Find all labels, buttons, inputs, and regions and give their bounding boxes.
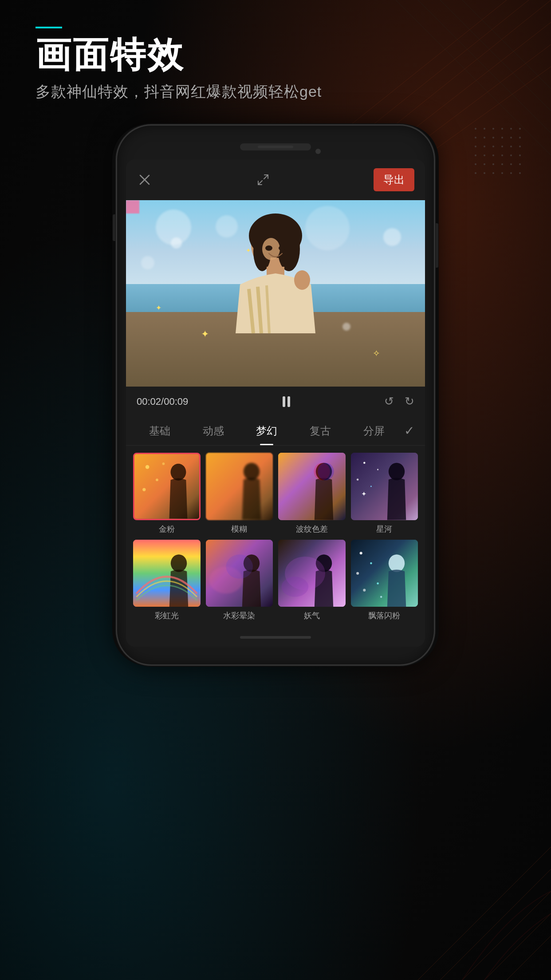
effect-bowense[interactable]: 波纹色差 bbox=[278, 453, 346, 534]
tab-menghuan[interactable]: 梦幻 bbox=[240, 417, 294, 445]
svg-point-26 bbox=[510, 146, 512, 147]
effect-piaoluo[interactable]: 飘落闪粉 bbox=[351, 540, 418, 621]
svg-point-40 bbox=[475, 172, 476, 174]
effect-thumb-piaoluo[interactable] bbox=[351, 540, 418, 607]
svg-point-14 bbox=[510, 128, 512, 130]
svg-point-22 bbox=[475, 146, 476, 147]
bg-lines-bottom bbox=[374, 758, 551, 980]
svg-point-65 bbox=[170, 464, 186, 481]
home-indicator[interactable] bbox=[240, 636, 311, 639]
svg-point-75 bbox=[318, 463, 334, 480]
svg-point-30 bbox=[492, 154, 494, 156]
expand-button[interactable] bbox=[255, 172, 271, 188]
svg-point-95 bbox=[359, 552, 362, 554]
svg-point-84 bbox=[171, 554, 187, 572]
svg-point-29 bbox=[484, 154, 485, 156]
svg-point-21 bbox=[519, 137, 521, 138]
main-title: 画面特效 bbox=[35, 37, 322, 73]
svg-point-36 bbox=[492, 163, 494, 165]
effect-thumb-mohu[interactable] bbox=[206, 453, 273, 520]
svg-point-12 bbox=[492, 128, 494, 130]
export-button[interactable]: 导出 bbox=[374, 168, 414, 191]
svg-point-23 bbox=[484, 146, 485, 147]
effect-shuicai[interactable]: 水彩晕染 bbox=[206, 540, 273, 621]
undo-redo-controls: ↺ ↻ bbox=[384, 395, 414, 408]
svg-point-24 bbox=[492, 146, 494, 147]
svg-point-69 bbox=[162, 462, 165, 465]
playback-controls[interactable] bbox=[283, 396, 290, 407]
effect-thumb-shuicai[interactable] bbox=[206, 540, 273, 607]
svg-point-34 bbox=[475, 163, 476, 165]
effect-label-piaoluo: 飘落闪粉 bbox=[368, 610, 400, 621]
effects-grid: 金粉 bbox=[126, 446, 425, 628]
svg-line-8 bbox=[418, 0, 551, 133]
effect-yaoqi[interactable]: 妖气 bbox=[278, 540, 346, 621]
svg-point-37 bbox=[501, 163, 503, 165]
svg-point-41 bbox=[484, 172, 485, 174]
effect-thumb-jinfeng[interactable] bbox=[133, 453, 201, 520]
subtitle: 多款神仙特效，抖音网红爆款视频轻松get bbox=[35, 82, 322, 102]
svg-point-66 bbox=[146, 465, 150, 469]
svg-point-45 bbox=[519, 172, 521, 174]
svg-point-78 bbox=[363, 462, 366, 464]
svg-rect-70 bbox=[206, 453, 273, 520]
svg-line-50 bbox=[507, 936, 551, 980]
svg-rect-64 bbox=[134, 454, 199, 519]
timeline-area: 00:02/00:09 ↺ ↻ bbox=[126, 387, 425, 416]
close-button[interactable] bbox=[137, 172, 153, 188]
svg-point-67 bbox=[156, 478, 158, 481]
pause-button[interactable] bbox=[283, 396, 290, 407]
svg-point-13 bbox=[501, 128, 503, 130]
phone-camera bbox=[315, 149, 321, 154]
effect-thumb-xinghe[interactable]: ✦ bbox=[351, 453, 418, 520]
svg-rect-76 bbox=[351, 453, 418, 520]
phone-mockup: 导出 bbox=[116, 124, 435, 666]
svg-line-6 bbox=[462, 0, 551, 89]
effect-tabs: 基础 动感 梦幻 复古 分屏 ✓ bbox=[126, 416, 425, 446]
undo-button[interactable]: ↺ bbox=[384, 395, 394, 408]
time-display: 00:02/00:09 bbox=[137, 396, 188, 407]
svg-point-33 bbox=[519, 154, 521, 156]
svg-point-77 bbox=[388, 463, 404, 480]
effect-thumb-yaoqi[interactable] bbox=[278, 540, 346, 607]
tab-fugu[interactable]: 复古 bbox=[294, 417, 347, 445]
video-preview: ✦ ✦ ✦ ✧ bbox=[126, 200, 425, 387]
effect-label-bowense: 波纹色差 bbox=[296, 524, 328, 534]
svg-line-46 bbox=[418, 847, 551, 980]
svg-point-81 bbox=[370, 486, 371, 487]
tab-fenping[interactable]: 分屏 bbox=[347, 417, 401, 445]
svg-point-80 bbox=[356, 478, 358, 481]
app-topbar: 导出 bbox=[126, 159, 425, 200]
effect-thumb-bowense[interactable] bbox=[278, 453, 346, 520]
svg-point-79 bbox=[377, 469, 378, 470]
svg-point-97 bbox=[356, 572, 359, 574]
effect-mohu[interactable]: 模糊 bbox=[206, 453, 273, 534]
effect-label-yaoqi: 妖气 bbox=[304, 610, 320, 621]
svg-point-10 bbox=[475, 128, 476, 130]
svg-point-71 bbox=[243, 463, 259, 480]
bokeh-overlay: ✦ ✦ ✦ ✧ bbox=[126, 200, 425, 387]
svg-point-19 bbox=[501, 137, 503, 138]
phone-screen: 导出 bbox=[126, 159, 425, 647]
effect-caihong[interactable]: 彩虹光 bbox=[133, 540, 201, 621]
tab-jichu[interactable]: 基础 bbox=[133, 417, 187, 445]
svg-point-88 bbox=[226, 554, 253, 579]
svg-line-53 bbox=[264, 175, 268, 179]
svg-point-35 bbox=[484, 163, 485, 165]
effect-xinghe[interactable]: ✦ 星河 bbox=[351, 453, 418, 534]
phone-speaker bbox=[240, 143, 311, 150]
svg-point-39 bbox=[519, 163, 521, 165]
svg-line-48 bbox=[462, 891, 551, 980]
svg-point-20 bbox=[510, 137, 512, 138]
pink-bokeh bbox=[126, 200, 139, 213]
confirm-button[interactable]: ✓ bbox=[401, 416, 418, 445]
svg-rect-93 bbox=[351, 540, 418, 607]
tab-dongan[interactable]: 动感 bbox=[187, 417, 240, 445]
effect-thumb-caihong[interactable] bbox=[133, 540, 201, 607]
svg-point-96 bbox=[370, 562, 372, 564]
effect-jinfeng[interactable]: 金粉 bbox=[133, 453, 201, 534]
svg-point-11 bbox=[484, 128, 485, 130]
redo-button[interactable]: ↻ bbox=[405, 395, 414, 408]
effect-label-caihong: 彩虹光 bbox=[155, 610, 179, 621]
svg-point-27 bbox=[519, 146, 521, 147]
